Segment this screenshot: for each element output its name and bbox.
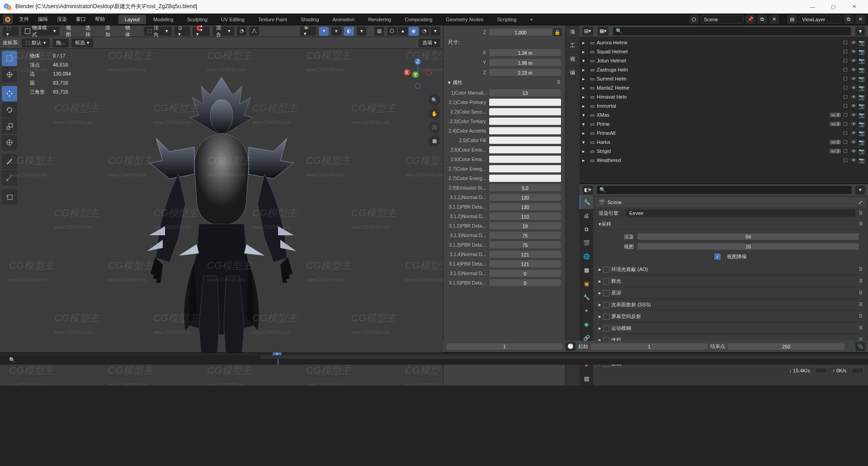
scene-copy-icon[interactable]: ⧉ [757,15,767,24]
expand-chevron-icon[interactable]: ▸ [582,76,588,82]
workspace-tab-scripting[interactable]: Scripting [491,15,523,24]
number-field[interactable]: 75 [489,241,561,249]
tool-scale[interactable] [2,119,17,134]
field-scale-z[interactable]: 1.000 [489,28,552,36]
exclude-toggle[interactable]: ☐ [842,157,849,164]
props-mode-select[interactable]: ◧▾ [582,185,593,195]
workspace-tab-uv-editing[interactable]: UV Editing [215,15,251,24]
color-swatch[interactable] [489,127,561,135]
preview-range-icon[interactable]: 🕐 [566,342,576,351]
render-toggle[interactable]: 📷 [858,75,865,82]
number-field[interactable]: 121 [489,260,561,268]
tool-transform[interactable] [2,135,17,150]
app-icon[interactable] [3,14,13,24]
color-swatch[interactable] [489,155,561,163]
exclude-toggle[interactable]: ☐ [842,93,849,100]
exclude-toggle[interactable]: ☐ [842,75,849,82]
workspace-tab-modeling[interactable]: Modeling [147,15,180,24]
expand-chevron-icon[interactable]: ▾ [582,58,588,64]
field-dim-z[interactable]: 2.23 m [489,68,561,76]
shading-rendered[interactable]: ◔ [420,27,429,36]
exclude-toggle[interactable]: ☐ [842,138,849,146]
field-dim-y[interactable]: 1.96 m [489,58,561,67]
viewlayer-delete-icon[interactable]: ✕ [855,15,865,24]
prop-tab-object[interactable]: ▣ [580,277,593,290]
snap-select[interactable]: 🧲 ▾ [193,27,210,36]
shading-solid[interactable]: ● [398,27,408,36]
outliner-row[interactable]: ▸ ▭ Squall Helmet ☐ 👁 📷 [580,47,868,56]
viewlayer-select[interactable]: ViewLayer [799,15,842,24]
section-header[interactable]: ▸ 景深⠿ [595,288,866,299]
prop-tab-modifiers[interactable]: 🔧 [580,290,593,304]
expand-chevron-icon[interactable]: ▸ [582,85,588,91]
overlay-opts[interactable]: ▾ [357,27,367,36]
scene-browse-icon[interactable] [689,15,699,24]
render-toggle[interactable]: 📷 [858,93,865,100]
denoise-checkbox[interactable]: ✓ [714,253,721,260]
render-toggle[interactable]: 📷 [858,39,865,46]
close-button[interactable]: ✕ [844,0,864,14]
pivot-select[interactable]: ⊙ ▾ [175,27,190,36]
menu-file[interactable]: 文件 [14,14,33,25]
outliner-search[interactable]: 🔍 [613,27,851,35]
pan-icon[interactable]: ✋ [429,108,440,119]
render-toggle[interactable]: 📷 [858,84,865,91]
visibility-toggle[interactable]: 👁 [850,129,857,137]
visibility-toggle[interactable]: 👁 [850,66,857,73]
viewlayer-new-icon[interactable]: ⧉ [844,15,854,24]
render-toggle[interactable]: 📷 [858,129,865,137]
color-swatch[interactable] [489,98,561,106]
outliner-row[interactable]: ▸ ▭ Immortal ☐ 👁 📷 [580,101,868,110]
visibility-toggle[interactable]: 👁 [850,57,857,64]
number-field[interactable]: 75 [489,231,561,239]
section-sampling[interactable]: ▾ 采样⠿ [595,219,866,230]
options-dropdown[interactable]: 选项 ▾ [419,38,440,48]
expand-chevron-icon[interactable]: ▾ [582,112,588,118]
exclude-toggle[interactable]: ☐ [842,111,849,119]
visibility-toggle[interactable]: 👁 [850,39,857,46]
tool-select-box[interactable] [2,51,17,66]
visibility-toggle[interactable]: 👁 [850,120,857,128]
end-frame[interactable]: 250 [728,343,844,350]
outliner-row[interactable]: ▸ ▭ PrimeAlt ☐ 👁 📷 [580,128,868,138]
shading-dropdown[interactable]: ▾ [430,27,440,36]
viewport-menu-view[interactable]: 视图 [62,24,80,38]
overlay-toggle[interactable]: ◐ [344,27,354,36]
outliner-row[interactable]: ▾ ▭ XMas ▭ 2 ☐ 👁 📷 [580,110,868,119]
expand-chevron-icon[interactable]: ▸ [582,49,588,55]
zoom-icon[interactable]: 🔍 [429,94,440,106]
camera-icon[interactable]: 🎥 [429,121,440,133]
props-options-icon[interactable]: ▾ [855,185,865,195]
render-toggle[interactable]: 📷 [858,120,865,128]
prop-tab-scene[interactable]: 🎬 [580,236,593,250]
visibility-toggle[interactable]: 👁 [850,147,857,155]
add-workspace-button[interactable]: + [524,15,539,24]
orientation-select[interactable]: ⬚ 法向 ▾ [144,27,171,36]
tool-cursor[interactable] [2,67,17,82]
render-toggle[interactable]: 📷 [858,157,865,164]
visibility-toggle[interactable]: 👁 [850,84,857,91]
workspace-tab-texture-paint[interactable]: Texture Paint [252,15,293,24]
n-panel[interactable]: Z1.000🔒 尺寸: X1.34 m Y1.96 m Z2.23 m ▾ 属性… [443,25,565,385]
exclude-toggle[interactable]: ☐ [842,66,849,73]
number-field[interactable]: 121 [489,250,561,258]
ntab-edit[interactable]: 编 [566,66,580,80]
prop-tab-viewlayer[interactable]: ⧉ [580,223,593,236]
number-field[interactable]: 0 [489,279,561,287]
section-header[interactable]: ▸ 环境光遮蔽 (AO)⠿ [595,264,866,275]
ntab-view[interactable]: 视 [566,52,580,66]
outliner-row[interactable]: ▸ ▭ MantaZ Helme ☐ 👁 📷 [580,83,868,92]
expand-chevron-icon[interactable]: ▸ [582,40,588,46]
mode-select[interactable]: 物体模式 ▾ [21,27,60,36]
gpencil-icon[interactable]: ◔ [237,27,247,36]
scene-select[interactable]: Scene [701,15,744,24]
visibility-toggle[interactable]: 👁 [850,138,857,146]
menu-help[interactable]: 帮助 [90,14,109,25]
expand-chevron-icon[interactable]: ▸ [582,130,588,136]
viewport-menu-add[interactable]: 添加 [102,24,119,38]
outliner-panel[interactable]: ▤▾ ▦▾ 🔍 ▼ ▸ ▭ Aurora Helme ☐ 👁 📷▸ ▭ Squa… [580,25,868,184]
viewport-menu-object[interactable]: 物体 [122,24,139,38]
current-frame[interactable]: 1 [446,343,563,350]
xray-toggle[interactable]: ▥ [374,27,384,36]
outliner-row[interactable]: ▸ ▭ Summit Helm ☐ 👁 📷 [580,74,868,83]
